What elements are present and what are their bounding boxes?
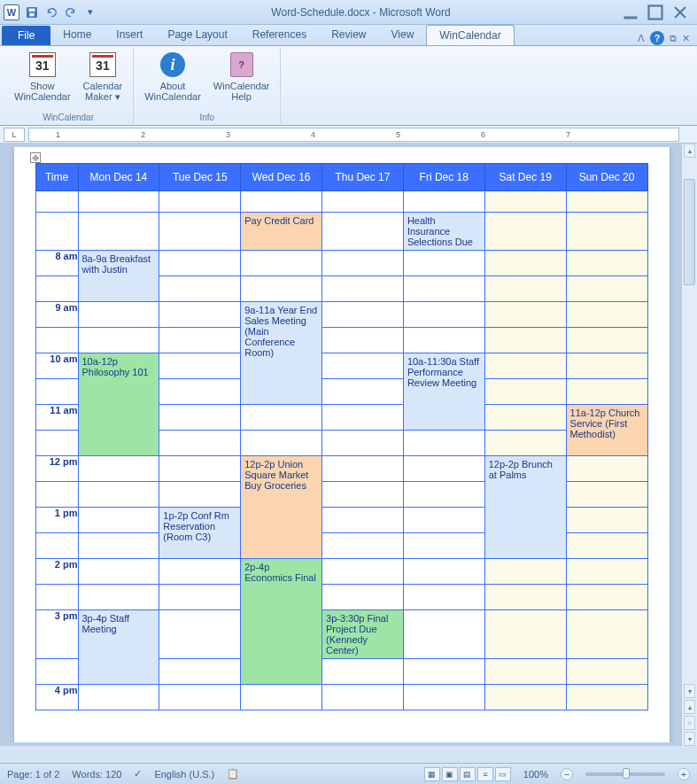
- calendar-cell[interactable]: [322, 251, 404, 276]
- time-cell[interactable]: 4 pm: [35, 685, 78, 710]
- calendar-cell[interactable]: [403, 685, 484, 710]
- calendar-cell[interactable]: [159, 456, 241, 482]
- fullscreen-view[interactable]: ▣: [442, 767, 458, 781]
- calendar-cell[interactable]: [322, 191, 404, 213]
- calendar-cell[interactable]: [159, 685, 241, 710]
- tab-wincalendar[interactable]: WinCalendar: [426, 25, 514, 45]
- calendar-cell[interactable]: [566, 456, 647, 482]
- zoom-out-button[interactable]: −: [561, 768, 573, 780]
- calendar-cell[interactable]: [159, 379, 241, 405]
- calendar-cell[interactable]: [35, 191, 78, 213]
- calendar-cell[interactable]: [322, 328, 404, 353]
- web-layout-view[interactable]: ▤: [460, 767, 476, 781]
- ribbon-restore-icon[interactable]: ⧉: [670, 33, 677, 44]
- calendar-cell[interactable]: [484, 610, 566, 659]
- calendar-cell[interactable]: [78, 685, 159, 710]
- allday-cell[interactable]: [159, 213, 241, 251]
- time-cell[interactable]: 2 pm: [35, 559, 78, 585]
- allday-cell[interactable]: [484, 213, 566, 251]
- time-cell[interactable]: 9 am: [35, 302, 78, 328]
- calendar-event[interactable]: 2p-4p Economics Final: [241, 559, 321, 684]
- calendar-cell[interactable]: [484, 585, 566, 610]
- calendar-cell[interactable]: [484, 685, 566, 710]
- time-cell[interactable]: 1 pm: [35, 508, 78, 533]
- time-cell[interactable]: [35, 328, 78, 353]
- calendar-cell[interactable]: [484, 251, 566, 276]
- allday-cell[interactable]: [566, 213, 647, 251]
- calendar-event[interactable]: 12p-2p Union Square Market Buy Groceries: [241, 456, 321, 558]
- insert-mode-icon[interactable]: 📋: [227, 768, 239, 780]
- calendar-event[interactable]: 1p-2p Conf Rm Reservation (Room C3): [159, 508, 240, 558]
- scroll-thumb[interactable]: [684, 179, 695, 285]
- calendar-cell[interactable]: 2p-4p Economics Final: [241, 559, 322, 685]
- calendar-cell[interactable]: [322, 276, 404, 302]
- calendar-cell[interactable]: [403, 508, 484, 533]
- document-page[interactable]: ✥ TimeMon Dec 14Tue Dec 15Wed Dec 16Thu …: [14, 147, 670, 742]
- maximize-button[interactable]: [647, 4, 663, 20]
- tab-view[interactable]: View: [379, 25, 427, 45]
- calendar-cell[interactable]: [566, 276, 647, 302]
- ribbon-close-icon[interactable]: ✕: [682, 33, 690, 44]
- calendar-event[interactable]: 8a-9a Breakfast with Justin: [79, 251, 159, 301]
- file-tab[interactable]: File: [2, 26, 50, 45]
- calendar-cell[interactable]: [484, 405, 566, 431]
- prev-page-button[interactable]: ▴: [684, 700, 695, 714]
- calendar-cell[interactable]: [78, 456, 159, 482]
- outline-view[interactable]: ≡: [477, 767, 493, 781]
- calendar-cell[interactable]: [403, 533, 484, 559]
- calendar-cell[interactable]: [403, 328, 484, 353]
- calendar-cell[interactable]: [566, 191, 647, 213]
- calendar-cell[interactable]: 8a-9a Breakfast with Justin: [78, 251, 159, 302]
- calendar-cell[interactable]: [78, 585, 159, 610]
- calendar-cell[interactable]: [78, 533, 159, 559]
- calendar-cell[interactable]: 12p-2p Brunch at Palms: [484, 456, 566, 559]
- calendar-cell[interactable]: [322, 685, 404, 710]
- calendar-cell[interactable]: [566, 482, 647, 508]
- calendar-event[interactable]: 10a-11:30a Staff Performance Review Meet…: [404, 353, 484, 430]
- calendar-cell[interactable]: [159, 610, 241, 659]
- calendar-cell[interactable]: [566, 685, 647, 710]
- calendar-cell[interactable]: [159, 302, 241, 328]
- calendar-cell[interactable]: [566, 508, 647, 533]
- calendar-cell[interactable]: [403, 585, 484, 610]
- time-cell[interactable]: [35, 276, 78, 302]
- calendar-cell[interactable]: [322, 659, 404, 685]
- calendar-cell[interactable]: 12p-2p Union Square Market Buy Groceries: [241, 456, 322, 559]
- allday-cell[interactable]: [78, 213, 159, 251]
- calendar-cell[interactable]: [159, 328, 241, 353]
- calendar-cell[interactable]: [322, 585, 404, 610]
- allday-event[interactable]: Health Insurance Selections Due: [404, 213, 484, 250]
- tab-home[interactable]: Home: [50, 25, 104, 45]
- calendar-cell[interactable]: [159, 405, 241, 431]
- allday-cell[interactable]: [35, 213, 78, 251]
- calendar-cell[interactable]: [566, 251, 647, 276]
- horizontal-ruler[interactable]: 1234567: [28, 128, 679, 142]
- qat-more-button[interactable]: ▾: [81, 4, 99, 21]
- calendar-cell[interactable]: [78, 559, 159, 585]
- minimize-button[interactable]: [623, 4, 639, 20]
- time-cell[interactable]: 3 pm: [35, 610, 78, 659]
- wincalendar-help-button[interactable]: ?WinCalendarHelp: [208, 48, 275, 112]
- tab-review[interactable]: Review: [319, 25, 378, 45]
- calendar-cell[interactable]: [322, 302, 404, 328]
- calendar-maker-button[interactable]: 31CalendarMaker ▾: [78, 48, 128, 112]
- calendar-cell[interactable]: [566, 302, 647, 328]
- calendar-cell[interactable]: [322, 379, 404, 405]
- undo-button[interactable]: [43, 4, 60, 21]
- calendar-cell[interactable]: [484, 191, 566, 213]
- calendar-cell[interactable]: [159, 585, 241, 610]
- calendar-cell[interactable]: [322, 482, 404, 508]
- calendar-cell[interactable]: [403, 431, 484, 456]
- calendar-cell[interactable]: 3p-3:30p Final Project Due (Kennedy Cent…: [322, 610, 404, 659]
- help-icon[interactable]: ?: [650, 31, 664, 45]
- about-wincalendar-button[interactable]: iAboutWinCalendar: [139, 48, 206, 112]
- time-cell[interactable]: [35, 533, 78, 559]
- show-wincalendar-button[interactable]: 31ShowWinCalendar: [9, 48, 76, 112]
- browse-object-button[interactable]: ○: [684, 716, 695, 730]
- zoom-percent[interactable]: 100%: [523, 769, 548, 780]
- table-move-handle[interactable]: ✥: [30, 152, 41, 163]
- calendar-cell[interactable]: [484, 302, 566, 328]
- calendar-cell[interactable]: [159, 482, 241, 508]
- calendar-cell[interactable]: [159, 251, 241, 276]
- scroll-up-button[interactable]: ▴: [684, 144, 695, 158]
